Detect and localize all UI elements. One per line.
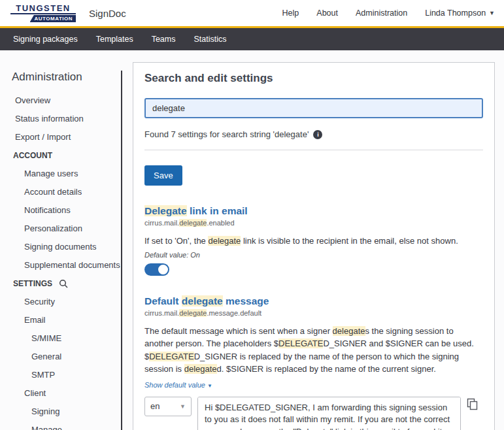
delegate-link-toggle[interactable]	[144, 263, 169, 276]
default-value-label: Default value: On	[144, 251, 483, 259]
settings-search-input[interactable]	[144, 98, 483, 118]
chevron-down-icon: ▼	[180, 403, 186, 410]
sidebar-item-manage[interactable]: Manage	[12, 421, 121, 430]
about-link[interactable]: About	[316, 8, 338, 18]
message-value-row: en ▼ Hi $DELEGATED_SIGNER, I am forwardi…	[144, 397, 483, 430]
sidebar-item-s-mime[interactable]: S/MIME	[12, 329, 121, 348]
highlighted-text: delegate	[184, 364, 217, 374]
setting-key: cirrus.mail.delegate.message.default	[144, 309, 483, 317]
user-menu[interactable]: Linda Thompson ▼	[425, 8, 495, 18]
sidebar-section-settings: SETTINGS	[12, 274, 121, 293]
settings-panel: Search and edit settings Found 7 setting…	[133, 62, 495, 430]
highlighted-text: delegate	[179, 309, 207, 317]
text: Default	[144, 295, 182, 306]
sidebar-item-signing[interactable]: Signing	[12, 403, 121, 421]
setting-default-delegate-message: Default delegate message cirrus.mail.del…	[144, 295, 483, 430]
sidebar-item-general[interactable]: General	[12, 348, 121, 366]
text: d. $SIGNER is replaced by the name of th…	[217, 364, 436, 374]
sidebar-item-personalization[interactable]: Personalization	[12, 220, 121, 238]
language-select[interactable]: en ▼	[144, 397, 192, 416]
setting-key: cirrus.mail.delegate.enabled	[144, 219, 483, 227]
sidebar-item-supplemental-documents[interactable]: Supplemental documents	[12, 256, 121, 274]
nav-signing-packages[interactable]: Signing packages	[4, 28, 87, 50]
sidebar-item-label: SETTINGS	[13, 274, 52, 293]
sidebar-item-label: SMTP	[31, 366, 55, 384]
main-nav: Signing packages Templates Teams Statist…	[0, 28, 504, 50]
nav-templates[interactable]: Templates	[87, 28, 143, 50]
save-button[interactable]: Save	[144, 165, 182, 186]
administration-link[interactable]: Administration	[356, 8, 407, 18]
sidebar-item-label: Account details	[24, 183, 82, 201]
text: .enabled	[207, 219, 234, 227]
content-area: Administration OverviewStatus informatio…	[0, 50, 504, 430]
divider	[144, 150, 483, 150]
sidebar-item-label: Personalization	[24, 220, 82, 238]
toggle-knob	[158, 265, 168, 274]
sidebar-item-status-information[interactable]: Status information	[12, 110, 121, 128]
text: cirrus.mail.	[144, 219, 179, 227]
app-name: SignDoc	[89, 8, 126, 19]
sidebar-item-label: ACCOUNT	[13, 146, 52, 165]
logo-text-bottom: AUTOMATION	[30, 15, 76, 22]
sidebar-item-export-import[interactable]: Export / Import	[12, 128, 121, 146]
tungsten-automation-logo: TUNGSTEN AUTOMATION	[10, 4, 76, 22]
sidebar-title: Administration	[12, 71, 121, 84]
chevron-down-icon: ▼	[207, 383, 212, 389]
help-link[interactable]: Help	[282, 8, 299, 18]
sidebar-item-client[interactable]: Client	[12, 384, 121, 403]
sidebar-item-notifications[interactable]: Notifications	[12, 201, 121, 220]
sidebar-item-label: Export / Import	[15, 128, 71, 146]
info-icon[interactable]: i	[313, 130, 322, 139]
highlighted-text: delegate	[179, 219, 207, 227]
user-name: Linda Thompson	[425, 8, 486, 18]
text: The default message which is sent when a…	[144, 326, 333, 336]
nav-teams[interactable]: Teams	[143, 28, 185, 50]
sidebar-item-account-details[interactable]: Account details	[12, 183, 121, 201]
sidebar-item-label: Supplemental documents	[24, 256, 120, 274]
setting-description: The default message which is sent when a…	[144, 325, 483, 376]
highlighted-text: delegate	[208, 236, 241, 246]
highlighted-text: Delegate	[144, 205, 187, 216]
setting-title-link[interactable]: Delegate link in email	[144, 205, 483, 217]
sidebar-item-label: General	[31, 348, 61, 366]
sidebar-item-email[interactable]: Email	[12, 311, 121, 329]
sidebar-item-signing-documents[interactable]: Signing documents	[12, 238, 121, 256]
logo-rule	[10, 13, 76, 14]
language-select-value: en	[150, 401, 160, 411]
nav-statistics[interactable]: Statistics	[185, 28, 236, 50]
delegate-message-textarea[interactable]: Hi $DELEGATED_SIGNER, I am forwarding th…	[197, 397, 461, 430]
setting-delegate-link-in-email: Delegate link in email cirrus.mail.deleg…	[144, 205, 483, 276]
page-title: Search and edit settings	[144, 72, 483, 85]
sidebar-item-label: Client	[24, 384, 46, 403]
sidebar-item-label: S/MIME	[31, 329, 61, 348]
text: cirrus.mail.	[144, 309, 179, 317]
sidebar-item-label: Signing	[31, 403, 59, 421]
highlighted-text: DELEGATE	[149, 352, 193, 361]
highlighted-text: DELEGATE	[278, 339, 323, 348]
top-links: Help About Administration Linda Thompson…	[282, 8, 495, 18]
sidebar-item-manage-users[interactable]: Manage users	[12, 165, 121, 183]
sidebar-item-smtp[interactable]: SMTP	[12, 366, 121, 384]
search-result-row: Found 7 settings for search string 'dele…	[144, 129, 483, 139]
setting-description: If set to 'On', the delegate link is vis…	[144, 235, 483, 248]
sidebar-section-account: ACCOUNT	[12, 146, 121, 165]
text: .message.default	[207, 309, 261, 317]
search-icon[interactable]	[59, 279, 68, 288]
sidebar-nav: OverviewStatus informationExport / Impor…	[12, 91, 121, 430]
sidebar-item-label: Manage users	[24, 165, 78, 183]
sidebar: Administration OverviewStatus informatio…	[0, 71, 122, 430]
sidebar-item-label: Email	[24, 311, 46, 329]
show-default-value-link[interactable]: Show default value ▼	[144, 381, 212, 389]
setting-title-link[interactable]: Default delegate message	[144, 295, 483, 307]
sidebar-item-label: Notifications	[24, 201, 71, 220]
copy-button[interactable]	[467, 398, 478, 412]
logo-text-top: TUNGSTEN	[10, 4, 76, 12]
text: link in email	[187, 205, 248, 216]
highlighted-text: delegate	[333, 326, 365, 336]
copy-icon	[467, 398, 478, 410]
sidebar-item-label: Signing documents	[24, 238, 97, 256]
sidebar-item-label: Status information	[15, 110, 84, 128]
sidebar-item-overview[interactable]: Overview	[12, 91, 121, 110]
sidebar-item-security[interactable]: Security	[12, 293, 121, 311]
text: link is visible to the recipient in the …	[241, 236, 458, 246]
